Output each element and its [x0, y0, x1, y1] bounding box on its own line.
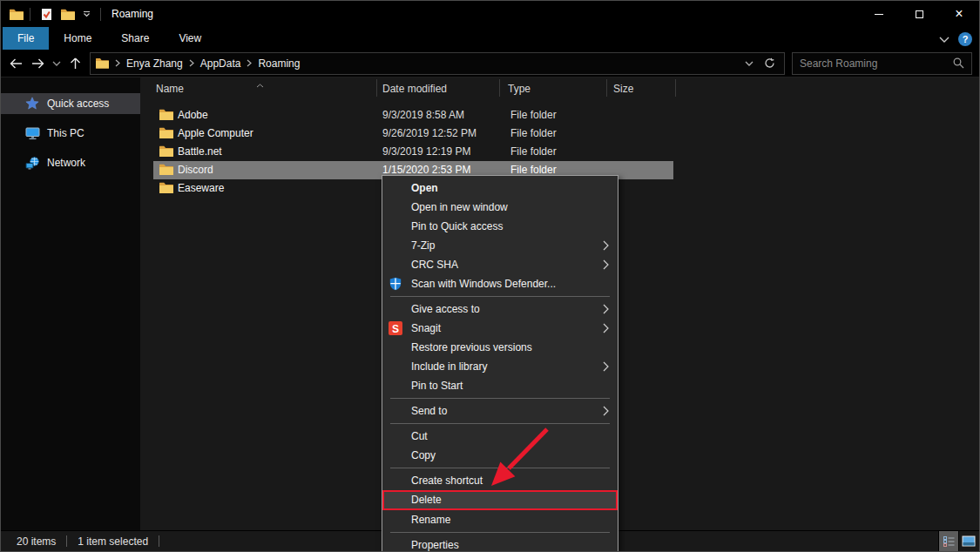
- context-menu-item[interactable]: S Scan with Windows Defender...: [382, 274, 618, 293]
- ribbon-tab[interactable]: File: [3, 27, 49, 50]
- search-icon[interactable]: [953, 57, 964, 69]
- context-menu-item[interactable]: S Pin to Start: [382, 376, 618, 395]
- context-menu-item-label: Delete: [411, 494, 442, 506]
- address-dropdown-chevron-icon[interactable]: [745, 61, 754, 66]
- ribbon-tab[interactable]: Share: [106, 27, 164, 50]
- help-button[interactable]: ?: [958, 32, 972, 46]
- maximize-button[interactable]: [899, 1, 939, 27]
- context-menu-item[interactable]: S CRC SHA: [382, 255, 618, 274]
- context-menu-item[interactable]: S 7-Zip: [382, 236, 618, 255]
- minimize-button[interactable]: [859, 1, 899, 27]
- this-pc-icon: [25, 127, 40, 140]
- ribbon-tab[interactable]: Home: [49, 27, 106, 50]
- context-menu-item[interactable]: S Give access to: [382, 300, 618, 319]
- context-menu-item[interactable]: S Rename: [382, 510, 618, 529]
- context-menu-item[interactable]: S Create shortcut: [382, 471, 618, 490]
- file-row[interactable]: Adobe 9/3/2019 8:58 AM File folder: [153, 106, 673, 125]
- context-menu-item-label: Include in library: [411, 360, 487, 373]
- context-menu-item[interactable]: S Cut: [382, 427, 618, 446]
- column-header-size[interactable]: Size: [613, 83, 633, 95]
- context-menu-item[interactable]: S Open in new window: [382, 198, 618, 217]
- context-menu-item[interactable]: S Open: [382, 178, 618, 198]
- refresh-icon[interactable]: [764, 57, 775, 69]
- explorer-window: Roaming × File Home Share View ?: [0, 0, 980, 552]
- file-name: Discord: [178, 164, 213, 176]
- column-divider[interactable]: [675, 79, 676, 97]
- context-menu-item-label: Restore previous versions: [411, 341, 532, 353]
- context-menu-item-label: Scan with Windows Defender...: [411, 278, 556, 290]
- context-menu-item[interactable]: S Copy: [382, 446, 618, 465]
- forward-button[interactable]: [27, 52, 50, 75]
- column-divider[interactable]: [376, 79, 377, 97]
- context-menu-item-label: Properties: [411, 539, 459, 551]
- titlebar-divider: [30, 8, 30, 21]
- up-button[interactable]: [64, 52, 86, 75]
- titlebar: Roaming ×: [1, 1, 979, 27]
- large-icons-view-button[interactable]: [958, 531, 978, 551]
- sidebar-item[interactable]: Network: [1, 152, 140, 173]
- recent-locations-chevron-icon[interactable]: [50, 52, 64, 75]
- search-input[interactable]: [800, 57, 953, 70]
- close-button[interactable]: ×: [939, 1, 979, 27]
- ribbon-collapse-chevron-icon[interactable]: [939, 37, 950, 43]
- qat-customize-chevron-icon[interactable]: [83, 10, 91, 17]
- file-row[interactable]: Apple Computer 9/26/2019 12:52 PM File f…: [153, 125, 673, 143]
- properties-quick-button[interactable]: [41, 8, 52, 21]
- ribbon-tab[interactable]: View: [164, 27, 216, 50]
- file-row[interactable]: Battle.net 9/3/2019 12:19 PM File folder: [153, 143, 673, 161]
- context-menu-item[interactable]: S Snagit: [382, 319, 618, 338]
- file-date-modified: 9/3/2019 8:58 AM: [382, 109, 464, 121]
- column-header-type[interactable]: Type: [508, 83, 531, 95]
- column-header-date-modified[interactable]: Date modified: [382, 83, 447, 95]
- file-date-modified: 1/15/2020 2:53 PM: [382, 164, 470, 176]
- file-type: File folder: [510, 127, 557, 139]
- column-header-name[interactable]: Name: [156, 83, 184, 95]
- details-view-button[interactable]: [938, 531, 958, 551]
- context-menu-item[interactable]: S Delete: [382, 490, 618, 510]
- submenu-arrow-icon: [603, 240, 609, 251]
- statusbar-divider: [66, 535, 67, 547]
- context-menu-item: S: [390, 468, 610, 468]
- column-divider[interactable]: [606, 79, 607, 97]
- network-icon: [25, 157, 40, 170]
- search-box: [792, 52, 972, 75]
- context-menu-item[interactable]: S Pin to Quick access: [382, 217, 618, 236]
- context-menu-item-label: Rename: [411, 514, 450, 526]
- context-menu-item-label: Send to: [411, 405, 447, 417]
- sidebar-item[interactable]: This PC: [1, 123, 140, 144]
- context-menu-item: S: [390, 423, 610, 424]
- sort-ascending-icon: [256, 78, 264, 91]
- quick-access-star-icon: [25, 97, 40, 111]
- file-name: Easeware: [178, 182, 224, 194]
- context-menu-item: S: [390, 532, 610, 533]
- breadcrumb-item[interactable]: AppData: [200, 57, 241, 70]
- file-type: File folder: [510, 145, 557, 158]
- context-menu-item[interactable]: S Restore previous versions: [382, 338, 618, 357]
- submenu-arrow-icon: [603, 361, 609, 372]
- context-menu-item[interactable]: S Properties: [382, 535, 618, 552]
- breadcrumb-item[interactable]: Enya Zhang: [126, 57, 183, 70]
- address-box[interactable]: Enya Zhang AppData Roaming: [90, 52, 785, 75]
- breadcrumb-item[interactable]: Roaming: [258, 57, 300, 70]
- file-date-modified: 9/26/2019 12:52 PM: [382, 127, 476, 139]
- window-controls: ×: [859, 1, 979, 27]
- selected-count: 1 item selected: [78, 535, 148, 548]
- sidebar-item-label: Quick access: [47, 98, 109, 110]
- new-folder-quick-button[interactable]: [61, 9, 75, 20]
- column-divider[interactable]: [499, 79, 500, 97]
- snagit-icon: S: [389, 321, 402, 335]
- ribbon-right-controls: ?: [939, 28, 972, 50]
- context-menu-item[interactable]: S Include in library: [382, 357, 618, 376]
- breadcrumb-chevron-icon: [115, 59, 120, 67]
- submenu-arrow-icon: [603, 406, 609, 416]
- back-button[interactable]: [4, 52, 27, 75]
- folder-icon: [159, 164, 173, 175]
- address-bar: Enya Zhang AppData Roaming: [1, 50, 979, 77]
- file-name: Apple Computer: [178, 127, 253, 139]
- minimize-icon: [875, 14, 883, 15]
- context-menu-item[interactable]: S Send to: [382, 401, 618, 421]
- file-name: Battle.net: [178, 145, 222, 158]
- sidebar-item[interactable]: Quick access: [1, 93, 140, 114]
- context-menu-item-label: Create shortcut: [411, 475, 483, 487]
- items-count: 20 items: [17, 535, 56, 548]
